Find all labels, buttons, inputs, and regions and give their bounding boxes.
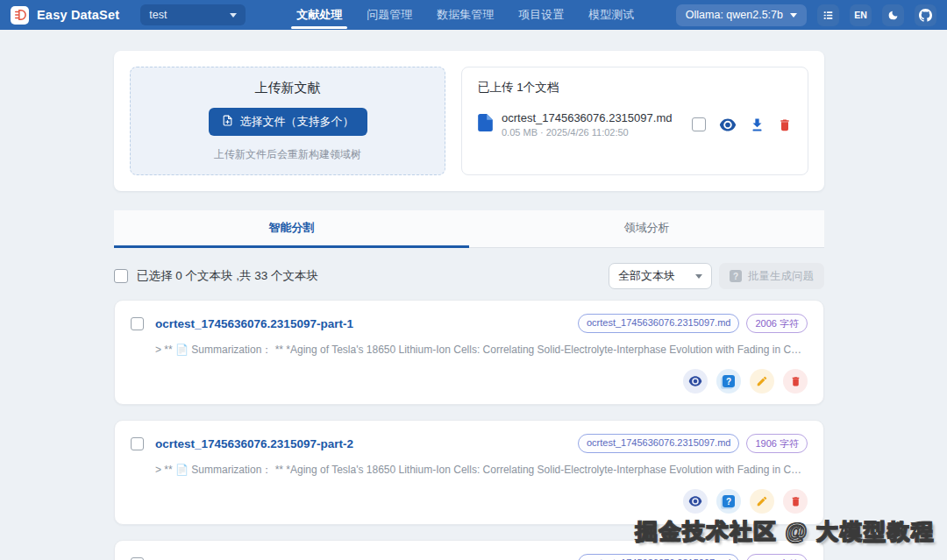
language-label: EN <box>854 10 867 20</box>
source-file-chip: ocrtest_1745636076.2315097.md <box>578 314 740 333</box>
chunk-snippet: > ** 📄 Summarization： ** *Aging of Tesla… <box>155 343 806 358</box>
app-logo-icon <box>11 6 29 25</box>
main-nav: 文献处理 问题管理 数据集管理 项目设置 模型测试 <box>284 0 646 30</box>
chunk-header: ocrtest_1745636076.2315097-part-3 ocrtes… <box>131 554 808 560</box>
batch-generate-questions-button[interactable]: 批量生成问题 <box>719 263 824 289</box>
generate-questions-icon[interactable] <box>716 489 741 514</box>
github-icon[interactable] <box>915 4 936 26</box>
nav-tab-dataset-management[interactable]: 数据集管理 <box>424 0 506 30</box>
generate-questions-icon[interactable] <box>716 369 741 393</box>
toolbar-actions: 全部文本块 批量生成问题 <box>609 263 824 289</box>
main-content: 上传新文献 选择文件（支持多个） 上传新文件后会重新构建领域树 已上传 1个文档 <box>114 51 824 560</box>
uploaded-files-panel: 已上传 1个文档 ocrtest_1745636076.2315097.md 0… <box>461 67 808 175</box>
source-file-chip: ocrtest_1745636076.2315097.md <box>578 434 740 453</box>
select-all-checkbox[interactable] <box>114 269 128 283</box>
source-file-chip: ocrtest_1745636076.2315097.md <box>578 554 740 560</box>
chunk-filter-value: 全部文本块 <box>618 268 675 284</box>
file-name: ocrtest_1745636076.2315097.md <box>502 111 672 124</box>
batch-generate-label: 批量生成问题 <box>748 269 814 284</box>
view-chunk-icon[interactable] <box>683 369 708 393</box>
chevron-down-icon <box>695 274 702 279</box>
upload-hint: 上传新文件后会重新构建领域树 <box>214 147 361 162</box>
chunk-card: ocrtest_1745636076.2315097-part-2 ocrtes… <box>114 420 824 525</box>
upload-card: 上传新文献 选择文件（支持多个） 上传新文件后会重新构建领域树 已上传 1个文档 <box>114 51 824 191</box>
app-title: Easy DataSet <box>37 8 119 22</box>
language-toggle-button[interactable]: EN <box>850 4 872 26</box>
file-actions <box>692 117 792 132</box>
edit-chunk-icon[interactable] <box>750 369 774 393</box>
uploaded-count-title: 已上传 1个文档 <box>478 80 792 96</box>
view-file-icon[interactable] <box>719 118 737 131</box>
delete-file-icon[interactable] <box>778 117 792 132</box>
view-chunk-icon[interactable] <box>683 489 708 514</box>
tab-domain-analysis[interactable]: 领域分析 <box>469 210 824 247</box>
document-icon <box>478 114 493 135</box>
nav-tab-project-settings[interactable]: 项目设置 <box>506 0 576 30</box>
watermark-text: 掘金技术社区 @ 大模型教程 <box>636 517 935 546</box>
chunk-chips: ocrtest_1745636076.2315097.md 2006 字符 <box>578 314 808 333</box>
chunk-chips: ocrtest_1745636076.2315097.md 1479 字符 <box>578 554 808 560</box>
chunk-chips: ocrtest_1745636076.2315097.md 1906 字符 <box>578 434 808 453</box>
chunk-title[interactable]: ocrtest_1745636076.2315097-part-2 <box>155 437 353 450</box>
nav-tab-question-management[interactable]: 问题管理 <box>354 0 424 30</box>
char-count-chip: 1479 字符 <box>746 554 808 560</box>
chunk-checkbox[interactable] <box>131 317 144 330</box>
file-plus-icon <box>222 115 233 129</box>
edit-chunk-icon[interactable] <box>750 489 774 514</box>
model-select[interactable]: Ollama: qwen2.5:7b <box>676 4 807 26</box>
chunk-title[interactable]: ocrtest_1745636076.2315097-part-1 <box>155 317 353 330</box>
chunk-actions <box>131 369 808 393</box>
choose-files-label: 选择文件（支持多个） <box>240 114 354 130</box>
file-text: ocrtest_1745636076.2315097.md 0.05 MB · … <box>502 111 672 138</box>
char-count-chip: 1906 字符 <box>746 434 808 453</box>
chunk-header: ocrtest_1745636076.2315097-part-1 ocrtes… <box>131 314 808 333</box>
chunk-card: ocrtest_1745636076.2315097-part-1 ocrtes… <box>114 300 824 405</box>
selection-summary: 已选择 0 个文本块 ,共 33 个文本块 <box>137 268 318 284</box>
uploaded-file-row: ocrtest_1745636076.2315097.md 0.05 MB · … <box>478 111 792 138</box>
chunk-title[interactable]: ocrtest_1745636076.2315097-part-3 <box>155 557 353 560</box>
upload-dropzone[interactable]: 上传新文献 选择文件（支持多个） 上传新文件后会重新构建领域树 <box>130 67 445 175</box>
chunk-header: ocrtest_1745636076.2315097-part-2 ocrtes… <box>131 434 808 453</box>
chevron-down-icon <box>230 13 237 18</box>
generate-questions-icon <box>730 270 742 282</box>
chunk-snippet: > ** 📄 Summarization： ** *Aging of Tesla… <box>155 463 806 478</box>
project-select-value: test <box>149 9 167 21</box>
delete-chunk-icon[interactable] <box>783 489 808 514</box>
chunk-actions <box>131 489 808 514</box>
chevron-down-icon <box>790 13 797 18</box>
model-select-value: Ollama: qwen2.5:7b <box>686 9 783 21</box>
selection-toolbar: 已选择 0 个文本块 ,共 33 个文本块 全部文本块 批量生成问题 <box>114 263 824 289</box>
chunk-filter-select[interactable]: 全部文本块 <box>609 263 712 289</box>
section-tabs: 智能分割 领域分析 <box>114 210 824 248</box>
task-list-icon[interactable] <box>817 4 839 26</box>
download-file-icon[interactable] <box>750 117 765 132</box>
dark-mode-icon[interactable] <box>882 4 904 26</box>
chunk-checkbox[interactable] <box>131 437 144 450</box>
app-header: Easy DataSet test 文献处理 问题管理 数据集管理 项目设置 模… <box>0 0 947 30</box>
upload-title: 上传新文献 <box>255 80 321 96</box>
file-checkbox[interactable] <box>692 117 706 131</box>
char-count-chip: 2006 字符 <box>746 314 808 333</box>
nav-tab-model-testing[interactable]: 模型测试 <box>576 0 646 30</box>
project-select[interactable]: test <box>140 4 246 25</box>
nav-tab-document-processing[interactable]: 文献处理 <box>284 0 354 30</box>
tab-smart-split[interactable]: 智能分割 <box>114 210 469 247</box>
chunk-checkbox[interactable] <box>131 557 144 560</box>
file-meta: 0.05 MB · 2025/4/26 11:02:50 <box>502 127 672 138</box>
choose-files-button[interactable]: 选择文件（支持多个） <box>209 108 367 136</box>
header-actions: Ollama: qwen2.5:7b EN <box>676 4 936 26</box>
delete-chunk-icon[interactable] <box>783 369 808 393</box>
